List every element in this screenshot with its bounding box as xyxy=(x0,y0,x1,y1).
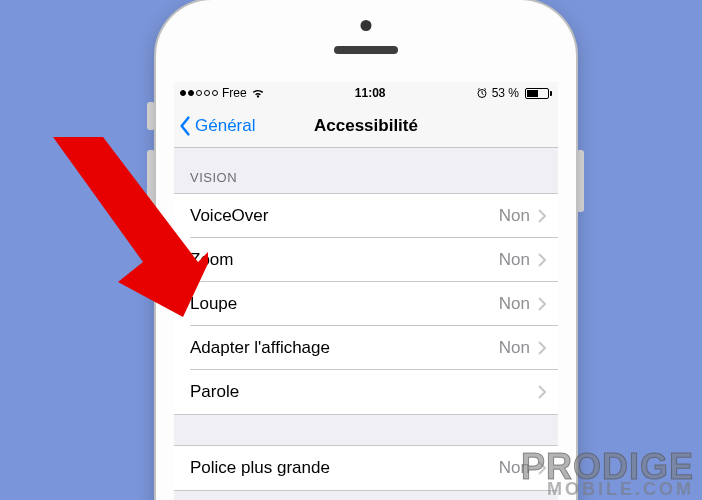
row-adapter-affichage[interactable]: Adapter l'affichage Non xyxy=(174,326,558,370)
battery-icon xyxy=(523,88,552,99)
row-label: Zoom xyxy=(190,250,499,270)
chevron-left-icon xyxy=(178,116,192,136)
phone-mute-switch xyxy=(147,102,155,130)
row-loupe[interactable]: Loupe Non xyxy=(174,282,558,326)
row-value: Non xyxy=(499,206,530,226)
back-button[interactable]: Général xyxy=(174,116,255,136)
row-value: Non xyxy=(499,458,530,478)
wifi-icon xyxy=(251,87,265,99)
row-parole[interactable]: Parole xyxy=(174,370,558,414)
row-value: Non xyxy=(499,250,530,270)
row-label: VoiceOver xyxy=(190,206,499,226)
carrier-label: Free xyxy=(222,86,247,100)
settings-list-text: Police plus grande Non xyxy=(174,445,558,491)
row-label: Loupe xyxy=(190,294,499,314)
battery-percent-label: 53 % xyxy=(492,86,519,100)
chevron-right-icon xyxy=(538,209,546,223)
chevron-right-icon xyxy=(538,461,546,475)
phone-power-button xyxy=(576,150,584,212)
chevron-right-icon xyxy=(538,297,546,311)
settings-list-vision: VoiceOver Non Zoom Non Loupe Non Adapter… xyxy=(174,193,558,415)
signal-strength-icon xyxy=(180,90,218,96)
row-zoom[interactable]: Zoom Non xyxy=(174,238,558,282)
nav-bar: Général Accessibilité xyxy=(174,104,558,148)
phone-frame: Free 11:08 53 % xyxy=(156,0,576,500)
chevron-right-icon xyxy=(538,253,546,267)
row-label: Police plus grande xyxy=(190,458,499,478)
screen: Free 11:08 53 % xyxy=(174,82,558,500)
phone-speaker xyxy=(334,46,398,54)
row-police-plus-grande[interactable]: Police plus grande Non xyxy=(174,446,558,490)
back-label: Général xyxy=(195,116,255,136)
status-bar: Free 11:08 53 % xyxy=(174,82,558,104)
clock-label: 11:08 xyxy=(355,86,386,100)
chevron-right-icon xyxy=(538,341,546,355)
row-value: Non xyxy=(499,338,530,358)
phone-volume-down xyxy=(147,214,155,268)
chevron-right-icon xyxy=(538,385,546,399)
row-label: Adapter l'affichage xyxy=(190,338,499,358)
row-voiceover[interactable]: VoiceOver Non xyxy=(174,194,558,238)
alarm-icon xyxy=(476,87,488,99)
row-label: Parole xyxy=(190,382,530,402)
phone-volume-up xyxy=(147,150,155,204)
section-header-vision: VISION xyxy=(174,148,558,193)
row-value: Non xyxy=(499,294,530,314)
phone-camera xyxy=(361,20,372,31)
